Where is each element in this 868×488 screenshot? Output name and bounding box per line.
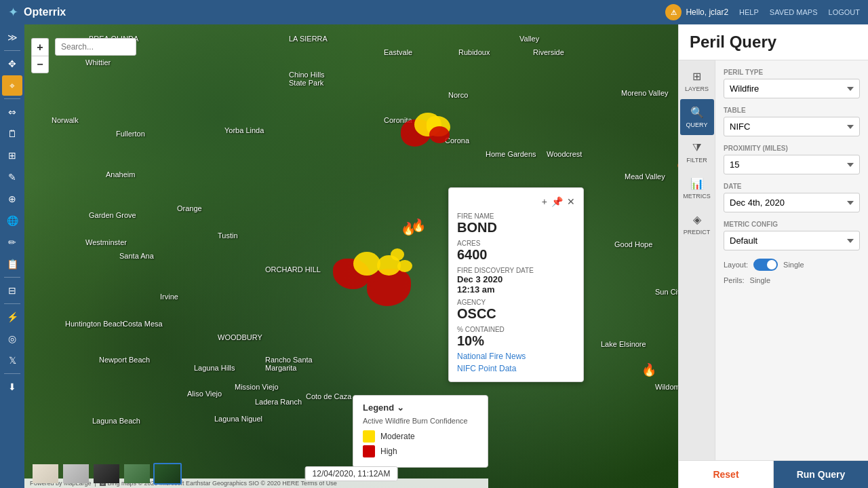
pan-icon[interactable]: ✥ <box>2 54 22 74</box>
city-coto-de-caza: Coto de Caza <box>306 392 351 400</box>
map-thumb-road[interactable] <box>31 463 60 485</box>
flame-4: 🔥 <box>642 362 656 377</box>
download-icon[interactable]: ⬇ <box>2 377 22 397</box>
layout-toggle-value: Single <box>783 261 804 269</box>
location-icon[interactable]: ⊕ <box>2 189 22 209</box>
left-toolbar: ≫ ✥ ⌖ ⇔ 🗒 ⊞ ✎ ⊕ 🌐 ✏ 📋 ⊟ ⚡ ◎ 𝕏 ⬇ <box>0 24 24 488</box>
city-anaheim: Anaheim <box>106 170 135 179</box>
peril-type-group: PERIL TYPE Wildfire Hurricane Flood Eart… <box>724 69 860 98</box>
table-label: TABLE <box>724 107 860 114</box>
zoom-in-button[interactable]: + <box>31 38 49 56</box>
fire-name-label: FIRE NAME <box>457 212 575 220</box>
city-norco: Norco <box>448 91 468 99</box>
tab-filter[interactable]: ⧩ FILTER <box>680 135 714 170</box>
nifc-point-data-link[interactable]: NIFC Point Data <box>457 364 575 373</box>
popup-move-button[interactable]: + <box>542 196 547 207</box>
table-select[interactable]: NIFC MTBS USFS <box>724 117 860 136</box>
toolbar-divider-5 <box>4 373 20 374</box>
toolbar-divider-2 <box>4 98 20 99</box>
reset-button[interactable]: Reset <box>679 461 774 488</box>
city-chino-hills: Chino HillsState Park <box>289 71 325 87</box>
tab-predict[interactable]: ◈ PREDICT <box>680 206 714 242</box>
run-query-button[interactable]: Run Query <box>774 461 868 488</box>
tab-query[interactable]: 🔍 QUERY <box>680 99 714 135</box>
layers-tab-label: LAYERS <box>685 86 709 92</box>
toolbar-divider-3 <box>4 277 20 278</box>
panel-query-content: PERIL TYPE Wildfire Hurricane Flood Eart… <box>715 60 868 460</box>
twitter-icon[interactable]: 𝕏 <box>2 350 22 371</box>
popup-pin-button[interactable]: 📌 <box>551 196 563 207</box>
discovery-date-label: FIRE DISCOVERY DATE <box>457 267 575 274</box>
expand-icon[interactable]: ≫ <box>2 27 22 48</box>
contained-label: % CONTAINED <box>457 326 575 333</box>
contained-value: 10% <box>457 333 575 349</box>
legend-box: Legend ⌄ Active Wildfire Burn Confidence… <box>353 395 488 468</box>
proximity-select[interactable]: 5 10 15 25 50 <box>724 155 860 174</box>
agency-value: OSCC <box>457 306 575 322</box>
panel-footer: Reset Run Query <box>679 460 868 488</box>
city-rancho-santa-margarita: Rancho SantaMargarita <box>265 356 313 372</box>
city-rubidoux: Rubidoux <box>458 48 490 56</box>
nav-arrows-icon[interactable]: ⇔ <box>2 102 22 122</box>
map-search-input[interactable] <box>55 38 136 56</box>
popup-close-button[interactable]: ✕ <box>567 196 575 207</box>
fire-cluster-upper <box>401 113 455 157</box>
city-mission-viejo: Mission Viejo <box>235 383 279 391</box>
fire-name-value: BOND <box>457 220 575 236</box>
legend-label-moderate: Moderate <box>380 432 415 441</box>
tab-layers[interactable]: ⊞ LAYERS <box>680 63 714 99</box>
date-select[interactable]: Dec 4th, 2020 <box>724 193 860 212</box>
city-laguna-beach: Laguna Beach <box>92 417 140 425</box>
map-container[interactable]: Whittier Norwalk Fullerton Anaheim Garde… <box>24 24 678 488</box>
legend-subtitle: Active Wildfire Burn Confidence <box>363 417 478 425</box>
search-area-icon[interactable]: ⌖ <box>2 75 22 96</box>
peril-type-select[interactable]: Wildfire Hurricane Flood Earthquake <box>724 79 860 98</box>
lightning-icon[interactable]: ⚡ <box>2 307 22 327</box>
metric-config-group: METRIC CONFIG Default Custom <box>724 221 860 250</box>
header-user: ⚠ Hello, jclar2 <box>665 4 728 20</box>
saved-maps-link[interactable]: SAVED MAPS <box>770 8 818 16</box>
legend-item-high: High <box>363 445 478 457</box>
compass-icon[interactable]: ◎ <box>2 329 22 349</box>
map-thumb-dark[interactable] <box>92 463 121 485</box>
notes-icon[interactable]: 📋 <box>2 254 22 274</box>
popup-header: + 📌 ✕ <box>457 196 575 207</box>
layout-toggle-switch[interactable] <box>753 259 778 271</box>
map-thumb-satellite[interactable] <box>153 463 182 485</box>
zoom-out-button[interactable]: − <box>31 56 49 73</box>
legend-item-moderate: Moderate <box>363 430 478 443</box>
filter-tab-icon: ⧩ <box>692 142 701 154</box>
metric-config-select[interactable]: Default Custom <box>724 231 860 250</box>
tab-metrics[interactable]: 📊 METRICS <box>680 170 714 206</box>
acres-value: 6400 <box>457 247 575 263</box>
city-wildomar: Wildomar <box>655 383 678 391</box>
logout-link[interactable]: LOGOUT <box>829 8 860 16</box>
city-orchard-hill: ORCHARD HILL <box>265 265 321 274</box>
info-icon[interactable]: 🗒 <box>2 124 22 144</box>
city-lake-elsinore: Lake Elsinore <box>601 340 646 348</box>
fire-cluster-bond[interactable] <box>333 245 414 306</box>
globe-icon[interactable]: 🌐 <box>2 210 22 231</box>
legend-title[interactable]: Legend ⌄ <box>363 402 478 413</box>
table-icon[interactable]: ⊟ <box>2 280 22 301</box>
user-avatar: ⚠ <box>665 4 682 20</box>
main-content: ≫ ✥ ⌖ ⇔ 🗒 ⊞ ✎ ⊕ 🌐 ✏ 📋 ⊟ ⚡ ◎ 𝕏 ⬇ Whittier… <box>0 24 868 488</box>
city-santa-ana: Santa Ana <box>119 252 154 260</box>
draw-icon[interactable]: ✏ <box>2 232 22 252</box>
panel-title: Peril Query <box>679 24 868 60</box>
city-norwalk: Norwalk <box>52 116 79 124</box>
city-westminster: Westminster <box>85 238 127 246</box>
city-orange: Orange <box>177 204 202 212</box>
proximity-group: PROXIMITY (MILES) 5 10 15 25 50 <box>724 145 860 174</box>
edit-icon[interactable]: ✎ <box>2 167 22 187</box>
perils-toggle-group: Perils: Single <box>724 276 860 284</box>
layers-icon[interactable]: ⊞ <box>2 145 22 166</box>
help-link[interactable]: HELP <box>739 8 759 16</box>
map-type-selector <box>31 463 182 485</box>
table-group: TABLE NIFC MTBS USFS <box>724 107 860 136</box>
filter-tab-label: FILTER <box>686 157 707 164</box>
map-thumb-gray[interactable] <box>62 463 90 485</box>
map-timestamp: 12/04/2020, 11:12AM <box>305 466 398 481</box>
map-thumb-terrain[interactable] <box>123 463 151 485</box>
national-fire-news-link[interactable]: National Fire News <box>457 352 575 361</box>
